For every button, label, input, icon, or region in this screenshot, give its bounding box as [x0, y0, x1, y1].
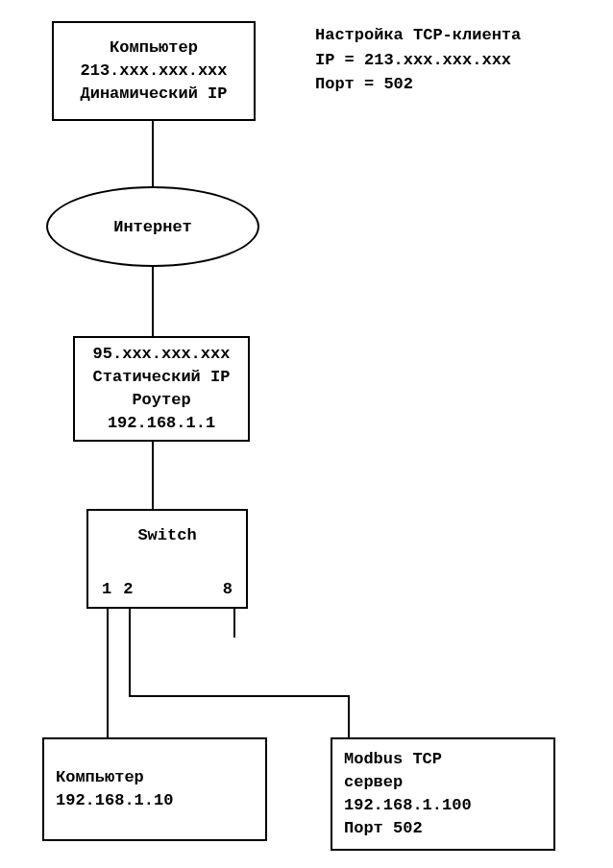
connector-line [129, 695, 350, 697]
switch-box: Switch 1 2 8 [86, 509, 248, 609]
computer-bottom-box: Компьютер 192.168.1.10 [42, 737, 267, 841]
connector-line [152, 442, 154, 509]
router-external-ip: 95.xxx.xxx.xxx [93, 343, 231, 366]
switch-name: Switch [137, 524, 196, 547]
internet-cloud: Интернет [46, 186, 259, 267]
computer-top-name: Компьютер [110, 36, 198, 60]
computer-top-ip: 213.xxx.xxx.xxx [80, 60, 227, 83]
computer-top-box: Компьютер 213.xxx.xxx.xxx Динамический I… [52, 21, 256, 121]
connector-line [152, 267, 154, 336]
connector-line [107, 609, 109, 737]
annotation-title: Настройка TCP-клиента [315, 23, 521, 48]
switch-port-1: 1 [102, 578, 111, 601]
computer-bottom-name: Компьютер [56, 766, 144, 789]
switch-ports: 1 2 8 [88, 578, 246, 601]
modbus-ip: 192.168.1.100 [344, 794, 472, 817]
tcp-client-annotation: Настройка TCP-клиента IP = 213.xxx.xxx.x… [315, 23, 521, 97]
switch-port-2: 2 [123, 578, 133, 601]
internet-label: Интернет [113, 218, 192, 236]
switch-port-8: 8 [223, 578, 233, 601]
connector-line [129, 609, 131, 697]
modbus-port: Порт 502 [344, 817, 423, 840]
computer-bottom-ip: 192.168.1.10 [56, 789, 173, 812]
computer-top-iptype: Динамический IP [80, 83, 227, 106]
connector-line [233, 609, 235, 638]
annotation-port: Порт = 502 [315, 72, 521, 97]
router-iptype: Статический IP [93, 366, 231, 389]
modbus-server-box: Modbus TCP сервер 192.168.1.100 Порт 502 [331, 737, 555, 851]
router-name: Роутер [132, 389, 190, 412]
annotation-ip: IP = 213.xxx.xxx.xxx [315, 48, 521, 73]
router-box: 95.xxx.xxx.xxx Статический IP Роутер 192… [73, 336, 250, 442]
connector-line [348, 695, 350, 737]
router-internal-ip: 192.168.1.1 [108, 412, 215, 435]
connector-line [152, 121, 154, 186]
modbus-role: сервер [344, 771, 403, 794]
modbus-name: Modbus TCP [344, 748, 442, 771]
